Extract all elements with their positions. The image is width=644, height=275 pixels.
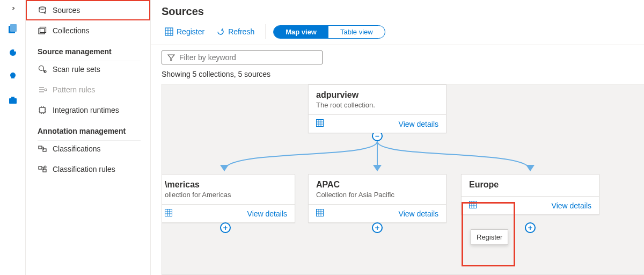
refresh-icon: [216, 27, 225, 36]
sidebar-item-collections[interactable]: Collections: [26, 20, 150, 41]
collection-register-icon[interactable]: [316, 209, 324, 218]
titlebar: Sources: [151, 0, 644, 22]
collection-register-icon[interactable]: [165, 209, 172, 218]
sidebar-section-source-management: Source management: [26, 41, 150, 59]
svg-rect-7: [39, 28, 45, 34]
svg-rect-19: [317, 120, 324, 127]
map-canvas[interactable]: – adpurview The root collection. View de…: [162, 84, 644, 275]
sidebar-item-label: Classifications: [53, 144, 100, 153]
view-details-link[interactable]: View details: [552, 201, 591, 210]
collection-name: APAC: [316, 180, 438, 190]
collection-name: Europe: [469, 180, 591, 190]
filter-row: [151, 45, 644, 64]
left-icon-rail: ››: [0, 0, 26, 275]
view-details-link[interactable]: View details: [399, 120, 438, 128]
scan-rule-sets-icon: [38, 64, 47, 74]
sidebar-item-label: Integration runtimes: [53, 106, 119, 114]
svg-rect-1: [10, 24, 17, 32]
expand-rail-icon[interactable]: ››: [12, 3, 13, 13]
sidebar-section-annotation-management: Annotation management: [26, 120, 150, 139]
svg-point-11: [45, 89, 47, 91]
status-line: Showing 5 collections, 5 sources: [151, 64, 644, 81]
filter-box[interactable]: [162, 50, 323, 64]
sidebar-item-integration-runtimes[interactable]: Integration runtimes: [26, 100, 150, 120]
collection-name: \mericas: [165, 180, 287, 190]
view-details-link[interactable]: View details: [247, 209, 287, 218]
sidebar-item-scan-rule-sets[interactable]: Scan rule sets: [26, 59, 150, 79]
svg-rect-18: [165, 28, 173, 35]
svg-rect-15: [39, 167, 42, 169]
view-details-link[interactable]: View details: [399, 209, 438, 218]
page-title: Sources: [162, 5, 633, 18]
collection-card-apac[interactable]: APAC Collection for Asia Pacific View de…: [308, 174, 447, 223]
rail-management-icon[interactable]: [4, 91, 21, 108]
main-content: Sources Register Refresh Map view Table …: [151, 0, 644, 275]
sidebar-item-classification-rules[interactable]: Classification rules: [26, 159, 150, 179]
rail-data-map-icon[interactable]: [4, 20, 21, 38]
rail-governance-icon[interactable]: [4, 44, 21, 61]
toolbar-divider: [265, 24, 266, 39]
integration-runtimes-icon: [38, 105, 47, 115]
classification-rules-icon: [38, 164, 47, 174]
table-view-tab[interactable]: Table view: [328, 26, 385, 38]
sidebar-item-label: Classification rules: [53, 165, 115, 173]
svg-rect-5: [11, 97, 14, 98]
refresh-button-label: Refresh: [228, 27, 254, 36]
collection-description: The root collection.: [316, 101, 438, 109]
svg-rect-12: [40, 107, 45, 113]
expand-node-button[interactable]: +: [372, 222, 383, 233]
register-button-label: Register: [177, 27, 204, 36]
collection-card-root[interactable]: adpurview The root collection. View deta…: [308, 84, 447, 133]
svg-rect-21: [317, 209, 324, 216]
classifications-icon: [38, 144, 47, 154]
svg-rect-8: [40, 27, 46, 33]
svg-rect-4: [9, 98, 17, 104]
sidebar-item-label: Pattern rules: [53, 85, 95, 94]
svg-rect-13: [39, 146, 42, 149]
svg-point-3: [14, 49, 16, 52]
svg-point-17: [44, 166, 46, 168]
sidebar-item-pattern-rules[interactable]: Pattern rules: [26, 79, 150, 100]
pattern-rules-icon: [38, 85, 47, 95]
expand-node-button[interactable]: +: [220, 222, 231, 233]
filter-input[interactable]: [179, 53, 317, 62]
collection-name: adpurview: [316, 90, 438, 100]
sidebar-item-label: Scan rule sets: [53, 65, 100, 74]
toolbar: Register Refresh Map view Table view: [151, 22, 644, 45]
register-tooltip: Register: [471, 229, 508, 245]
view-toggle: Map view Table view: [273, 25, 385, 39]
sidebar-item-sources[interactable]: Sources: [26, 0, 150, 20]
sidebar-item-label: Sources: [53, 6, 80, 15]
collections-icon: [38, 26, 47, 35]
collection-description: ollection for Americas: [165, 191, 287, 199]
register-button[interactable]: Register: [162, 25, 208, 38]
sources-icon: [38, 5, 47, 15]
filter-icon: [167, 54, 175, 61]
collection-description: Collection for Asia Pacific: [316, 191, 438, 199]
sidebar: Sources Collections Source management Sc…: [26, 0, 151, 275]
map-view-tab[interactable]: Map view: [274, 26, 328, 38]
svg-point-6: [39, 7, 46, 9]
refresh-button[interactable]: Refresh: [213, 25, 258, 38]
expand-node-button[interactable]: +: [525, 222, 536, 233]
sidebar-item-label: Collections: [53, 26, 89, 35]
collection-register-icon[interactable]: [316, 119, 324, 128]
svg-rect-20: [165, 209, 172, 216]
collection-card-americas[interactable]: \mericas ollection for Americas View det…: [162, 174, 295, 223]
register-grid-icon: [165, 27, 173, 36]
sidebar-item-classifications[interactable]: Classifications: [26, 139, 150, 159]
rail-insights-icon[interactable]: [4, 68, 21, 85]
svg-point-10: [44, 70, 46, 73]
